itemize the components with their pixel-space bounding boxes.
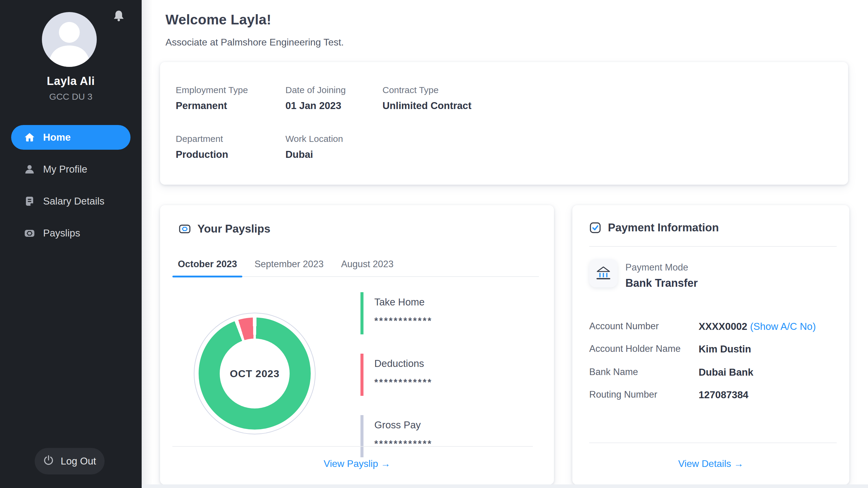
field-value: Permanent (176, 100, 285, 111)
user-unit: GCC DU 3 (0, 92, 142, 102)
legend-masked-value: ************ (374, 316, 529, 327)
nav-label-home: Home (43, 132, 71, 143)
sidebar-item-my-profile[interactable]: My Profile (11, 157, 130, 182)
divider (173, 446, 533, 447)
row-account-holder-name: Account Holder Name Kim Dustin (589, 344, 837, 357)
field-value: Dubai (285, 149, 382, 160)
row-value: Dubai Bank (699, 367, 753, 378)
cash-icon (24, 227, 35, 239)
row-label: Routing Number (589, 389, 657, 400)
legend-label: Take Home (374, 296, 529, 308)
row-bank-name: Bank Name Dubai Bank (589, 367, 837, 380)
payment-card-title: Payment Information (608, 221, 719, 234)
notifications-bell-icon[interactable] (113, 9, 125, 22)
row-label: Account Number (589, 321, 659, 332)
divider (589, 246, 837, 247)
checkbox-check-icon (589, 222, 601, 234)
row-label: Account Holder Name (589, 344, 681, 354)
field-value: 01 Jan 2023 (285, 100, 382, 111)
sidebar: Layla Ali GCC DU 3 Home My Profile (0, 0, 142, 488)
nav-label-salary-details: Salary Details (43, 195, 104, 207)
view-payslip-label: View Payslip (324, 458, 378, 469)
field-value: Production (176, 149, 285, 160)
show-account-number-link[interactable]: (Show A/C No) (750, 321, 816, 332)
field-label: Department (176, 134, 285, 144)
bank-icon (595, 265, 612, 282)
tab-october-2023[interactable]: October 2023 (173, 257, 242, 276)
field-value: Unlimited Contract (382, 100, 832, 111)
logout-label: Log Out (61, 455, 96, 467)
legend-masked-value: ************ (374, 438, 529, 450)
arrow-right-icon: → (734, 458, 744, 469)
payslips-card: Your Payslips October 2023 September 202… (160, 205, 554, 485)
legend-label: Gross Pay (374, 419, 529, 431)
tab-august-2023[interactable]: August 2023 (336, 257, 399, 276)
field-department: Department Production (176, 134, 285, 160)
document-icon (24, 195, 35, 207)
field-label: Date of Joining (285, 85, 382, 95)
nav-label-my-profile: My Profile (43, 164, 87, 175)
payment-info-card: Payment Information Payment Mode Bank Tr… (572, 205, 849, 485)
bank-icon-badge (589, 259, 618, 287)
sidebar-nav: Home My Profile Salary Details (11, 125, 130, 253)
sidebar-item-home[interactable]: Home (11, 125, 130, 150)
legend-item-gross-pay: Gross Pay ************ (361, 415, 529, 457)
legend-masked-value: ************ (374, 377, 529, 388)
field-date-of-joining: Date of Joining 01 Jan 2023 (285, 85, 382, 111)
row-value: Kim Dustin (699, 344, 751, 355)
employment-summary-grid: Employment Type Permanent Date of Joinin… (176, 85, 832, 160)
page-subtitle: Associate at Palmshore Engineering Test. (165, 37, 344, 48)
payment-card-header: Payment Information (589, 221, 719, 234)
field-label: Contract Type (382, 85, 832, 95)
legend-label: Deductions (374, 358, 529, 369)
legend-item-deductions: Deductions ************ (361, 354, 529, 396)
tab-september-2023[interactable]: September 2023 (249, 257, 329, 276)
row-account-number: Account Number XXXX0002 (Show A/C No) (589, 321, 837, 334)
row-value: XXXX0002 (699, 321, 747, 332)
power-icon (43, 455, 54, 468)
page-bottom-strip (142, 484, 868, 488)
sidebar-item-salary-details[interactable]: Salary Details (11, 189, 130, 214)
field-contract-type: Contract Type Unlimited Contract (382, 85, 832, 111)
donut-chart: OCT 2023 (198, 318, 311, 429)
logout-button[interactable]: Log Out (35, 448, 104, 475)
view-payslip-link[interactable]: View Payslip → (160, 458, 554, 469)
nav-label-payslips: Payslips (43, 227, 80, 239)
payment-mode-value: Bank Transfer (625, 277, 698, 290)
arrow-right-icon: → (381, 458, 390, 469)
field-label: Employment Type (176, 85, 285, 95)
divider (589, 443, 837, 443)
sidebar-item-payslips[interactable]: Payslips (11, 221, 130, 246)
avatar (42, 12, 97, 67)
payment-mode-label: Payment Mode (625, 262, 688, 273)
banknote-icon (179, 223, 191, 235)
row-routing-number: Routing Number 127087384 (589, 389, 837, 402)
donut-center-label: OCT 2023 (230, 368, 280, 380)
view-details-label: View Details (678, 458, 731, 469)
payslip-month-tabs: October 2023 September 2023 August 2023 (173, 257, 539, 277)
payslips-card-title: Your Payslips (197, 223, 270, 235)
main-content: Welcome Layla! Associate at Palmshore En… (142, 0, 868, 488)
person-silhouette-icon (42, 12, 97, 67)
person-icon (24, 164, 35, 175)
field-label: Work Location (285, 134, 382, 144)
home-icon (24, 132, 35, 143)
row-label: Bank Name (589, 367, 638, 378)
page-title: Welcome Layla! (165, 11, 271, 28)
view-details-link[interactable]: View Details → (572, 458, 849, 469)
donut-outer-ring: OCT 2023 (194, 313, 315, 434)
field-employment-type: Employment Type Permanent (176, 85, 285, 111)
user-name: Layla Ali (0, 75, 142, 88)
legend-item-take-home: Take Home ************ (361, 292, 529, 334)
donut-hole: OCT 2023 (220, 338, 290, 409)
row-value: 127087384 (699, 389, 748, 401)
payslips-card-header: Your Payslips (179, 223, 270, 235)
field-work-location: Work Location Dubai (285, 134, 382, 160)
employment-summary-card: Employment Type Permanent Date of Joinin… (160, 62, 848, 185)
